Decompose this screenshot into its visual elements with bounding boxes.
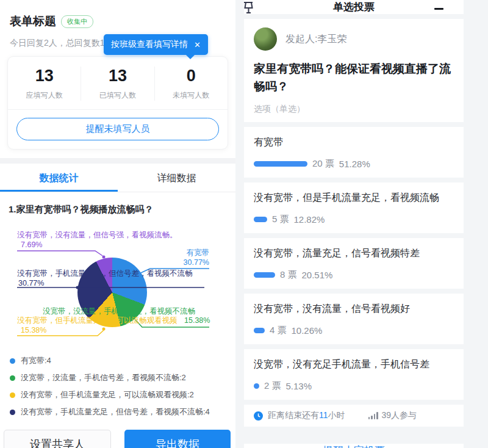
stat-filled-value: 13	[81, 67, 154, 85]
initiator-label: 发起人:李玉荣	[285, 33, 346, 46]
legend-item: 没有宽带，手机流量充足，但信号差，看视频不流畅:4	[10, 406, 226, 417]
remind-unfilled-button[interactable]: 提醒未填写人员	[16, 118, 219, 140]
stat-unfilled-value: 0	[155, 67, 228, 85]
close-icon[interactable]: ✕	[194, 40, 201, 49]
options-type-label: 选项（单选）	[254, 104, 454, 115]
vote-bar	[254, 272, 275, 278]
pie-label-blue: 有宽带 30.77%	[184, 248, 209, 267]
vote-percent: 5.13%	[286, 381, 312, 391]
divider	[244, 427, 464, 444]
vote-header: 单选投票	[244, 0, 464, 14]
vote-count: 8 票	[280, 269, 297, 281]
pin-icon[interactable]	[243, 1, 256, 16]
vote-percent: 12.82%	[294, 214, 325, 225]
divider	[244, 344, 464, 349]
pie-label-navy: 没有宽带，手机流量充足，但信号差，看视频不流畅 30.77%	[17, 269, 193, 288]
pie-label-green: 没宽带，没流量，手机信号差，看视频不流畅	[43, 307, 195, 317]
vote-percent: 51.28%	[339, 159, 370, 169]
vote-count: 20 票	[312, 158, 334, 170]
vote-option-2[interactable]: 没有宽带，但是手机流量充足，看视频流畅 5 票 12.82%	[244, 182, 464, 233]
stat-filled-label: 已填写人数	[81, 90, 154, 101]
vote-percent: 20.51%	[302, 270, 333, 280]
legend-dot-blue	[10, 358, 15, 364]
stat-expected-value: 13	[8, 67, 81, 85]
vote-bar	[254, 328, 265, 333]
clock-icon	[254, 411, 263, 421]
divider	[244, 14, 464, 19]
vote-question-card: 发起人:李玉荣 家里有宽带吗？能保证看视频直播了流畅吗？ 选项（单选）	[244, 19, 464, 122]
pie-legend: 有宽带:4 没宽带，没流量，手机信号差，看视频不流畅:2 没有宽带，但手机流量充…	[0, 348, 235, 417]
stats-card: 13 应填写人数 13 已填写人数 0 未填写人数 提醒未填写人员	[7, 56, 228, 150]
stat-expected-label: 应填写人数	[8, 90, 81, 101]
vote-option-1[interactable]: 有宽带 20 票 51.28%	[244, 127, 464, 178]
tab-data-statistics[interactable]: 数据统计	[0, 164, 118, 192]
pie-label-green-pct: 15.38%	[184, 316, 210, 326]
class-detail-tooltip: 按班级查看填写详情 ✕	[104, 34, 208, 55]
vote-option-4[interactable]: 没有宽带，没有流量，信号看视频好 4 票 10.26%	[244, 294, 464, 344]
vote-option-5[interactable]: 没宽带，没有充足手机流量，手机信号差 2 票 5.13%	[244, 349, 464, 400]
stat-unfilled: 0 未填写人数	[154, 67, 228, 101]
divider	[244, 122, 464, 127]
legend-dot-yellow	[10, 392, 15, 398]
vote-question: 家里有宽带吗？能保证看视频直播了流畅吗？	[254, 60, 454, 95]
legend-dot-green	[10, 375, 15, 381]
participants-group: 39人参与	[368, 410, 417, 421]
tab-bar: 数据统计 详细数据	[0, 164, 235, 192]
form-title: 表单标题	[10, 13, 56, 29]
section-divider	[0, 158, 235, 164]
vote-count: 5 票	[272, 214, 289, 225]
legend-dot-navy	[10, 410, 15, 415]
stat-unfilled-label: 未填写人数	[155, 90, 228, 101]
legend-item: 有宽带:4	[10, 355, 226, 366]
vote-count: 2 票	[264, 380, 281, 392]
countdown-text: 距离结束还有11小时	[268, 410, 345, 421]
set-sharer-button[interactable]: 设置共享人	[4, 430, 111, 448]
divider	[244, 289, 464, 294]
legend-item: 没宽带，没流量，手机信号差，看视频不流畅:2	[10, 372, 226, 383]
bar-chart-icon	[368, 414, 378, 421]
remind-vote-bar: 提醒大家投票	[244, 444, 464, 448]
tooltip-text: 按班级查看填写详情	[111, 39, 188, 50]
stat-filled: 13 已填写人数	[81, 67, 154, 101]
divider	[8, 109, 228, 110]
vote-bar	[254, 217, 267, 222]
vote-bar	[254, 383, 259, 389]
bottom-action-bar: 设置共享人 导出数据	[0, 424, 235, 448]
vote-count: 4 票	[270, 325, 287, 336]
stat-expected: 13 应填写人数	[8, 67, 81, 101]
divider	[244, 400, 464, 405]
pie-label-yellow: 没有宽带，但手机流量充足，可以流畅观看视频 15.38%	[17, 316, 178, 335]
vote-panel: 单选投票 发起人:李玉荣 家里有宽带吗？能保证看视频直播了流畅吗？ 选项（单选）…	[244, 0, 488, 448]
legend-item: 没有宽带，但手机流量充足，可以流畅观看视频:2	[10, 389, 226, 400]
vote-meta-bar: 距离结束还有11小时 39人参与	[244, 405, 464, 427]
divider	[244, 233, 464, 238]
vote-bar	[254, 161, 307, 167]
participants-count: 39人参与	[382, 410, 417, 421]
tab-detailed-data[interactable]: 详细数据	[118, 164, 235, 192]
export-data-button[interactable]: 导出数据	[124, 430, 231, 448]
minimize-icon[interactable]	[434, 4, 444, 13]
vote-title: 单选投票	[333, 0, 375, 14]
vote-option-3[interactable]: 没有宽带，流量充足，信号看视频特差 8 票 20.51%	[244, 238, 464, 289]
vote-percent: 10.26%	[292, 325, 323, 336]
collecting-status-badge: 收集中	[61, 15, 93, 28]
chart-question-title: 1.家里有宽带吗？视频播放流畅吗？	[0, 192, 235, 215]
form-stats-panel: 表单标题 收集中 今日回复2人，总回复数1 按班级查看填写详情 ✕ 13 应填写…	[0, 0, 235, 448]
remind-vote-link[interactable]: 提醒大家投票	[323, 444, 385, 448]
pie-chart-area: 没有宽带，没有流量，但信号强，看视频流畅。 7.69% 有宽带 30.77% 没…	[0, 217, 235, 348]
divider	[244, 178, 464, 182]
avatar[interactable]	[254, 27, 277, 51]
pie-label-purple: 没有宽带，没有流量，但信号强，看视频流畅。 7.69%	[17, 231, 178, 250]
